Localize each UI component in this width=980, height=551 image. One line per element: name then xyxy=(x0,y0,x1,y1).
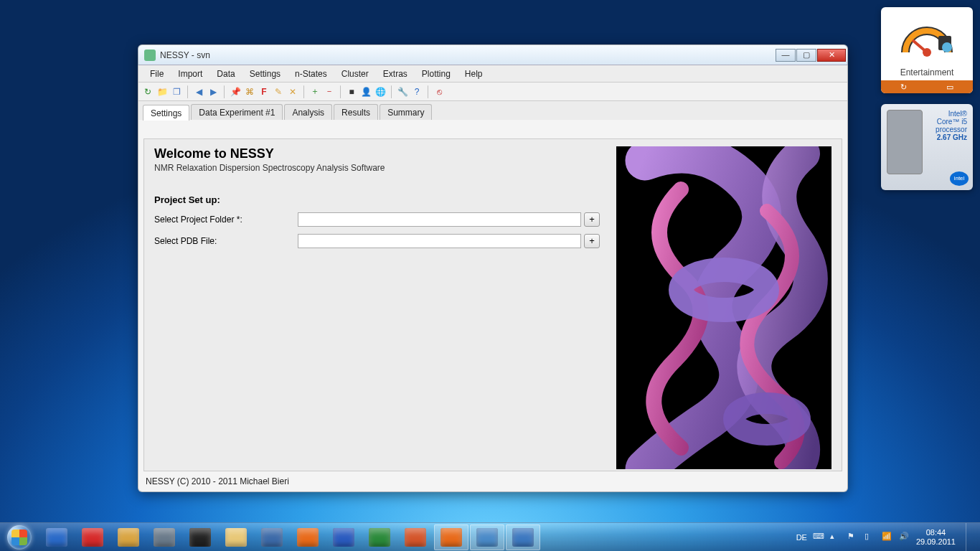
keyboard-icon[interactable]: ⌨ xyxy=(813,532,824,543)
toolbar-remove-icon[interactable]: － xyxy=(323,85,336,98)
pdb-file-browse-button[interactable]: + xyxy=(584,234,600,248)
toolbar-wrench-icon[interactable]: 🔧 xyxy=(396,85,409,98)
tab-analysis[interactable]: Analysis xyxy=(284,104,332,120)
toolbar-delete-icon[interactable]: ✕ xyxy=(286,85,299,98)
statusbar-text: NESSY (C) 2010 - 2011 Michael Bieri xyxy=(146,476,289,486)
svg-line-1 xyxy=(913,40,927,52)
window-title: NESSY - svn xyxy=(160,50,210,60)
toolbar-help-icon[interactable]: ? xyxy=(410,85,423,98)
project-folder-browse-button[interactable]: + xyxy=(584,212,600,227)
tab-data-experiment-1[interactable]: Data Experiment #1 xyxy=(191,104,283,120)
toolbar-pin-icon[interactable]: 📌 xyxy=(229,85,242,98)
toolbar-folder-icon[interactable]: 📁 xyxy=(156,85,169,98)
show-desktop-button[interactable] xyxy=(966,523,973,552)
tab-settings[interactable]: Settings xyxy=(143,105,189,121)
taskbar-app-lamp[interactable] xyxy=(111,524,146,550)
maximize-button[interactable]: ▢ xyxy=(796,49,816,62)
clock[interactable]: 08:44 29.09.2011 xyxy=(916,528,956,547)
page-title: Welcome to NESSY xyxy=(154,146,611,161)
page-subtitle: NMR Relaxation Dispersion Spectroscopy A… xyxy=(154,163,611,173)
taskbar-app-ifolor[interactable] xyxy=(75,524,110,550)
start-button[interactable] xyxy=(0,523,39,552)
taskbar: DE ⌨ ▴ ⚑ ▯ 📶 🔊 08:44 29.09.2011 xyxy=(0,522,980,551)
taskbar-app-python[interactable] xyxy=(506,524,540,550)
menu-extras[interactable]: Extras xyxy=(376,66,415,82)
chip-icon xyxy=(887,110,923,174)
she-gadget: Entertainment ↻ ▭ xyxy=(881,7,973,93)
toolbar-edit-icon[interactable]: ✎ xyxy=(272,85,285,98)
pdb-file-input[interactable] xyxy=(298,234,581,248)
taskbar-app-virtualbox[interactable] xyxy=(147,524,182,550)
clock-time: 08:44 xyxy=(916,528,956,537)
toolbar: ↻📁❐◀▶📌⌘F✎✕＋－■👤🌐🔧?⎋ xyxy=(138,83,847,101)
project-folder-label: Select Project Folder *: xyxy=(154,215,298,225)
taskbar-app-word[interactable] xyxy=(326,524,361,550)
project-folder-input[interactable] xyxy=(298,212,581,227)
titlebar[interactable]: NESSY - svn — ▢ ✕ xyxy=(138,45,847,65)
toolbar-separator xyxy=(428,85,428,98)
she-expand-icon[interactable]: ▭ xyxy=(946,83,953,92)
toolbar-F-icon[interactable]: F xyxy=(258,85,270,98)
system-tray: DE ⌨ ▴ ⚑ ▯ 📶 🔊 08:44 29.09.2011 xyxy=(796,523,976,552)
toolbar-exit-icon[interactable]: ⎋ xyxy=(433,85,446,98)
tab-summary[interactable]: Summary xyxy=(380,104,432,120)
taskbar-app-controlpanel[interactable] xyxy=(470,524,504,550)
content-area: Welcome to NESSY NMR Relaxation Dispersi… xyxy=(143,138,842,471)
menu-plotting[interactable]: Plotting xyxy=(415,66,458,82)
taskbar-app-excel[interactable] xyxy=(362,524,397,550)
volume-icon[interactable]: 🔊 xyxy=(899,532,910,543)
toolbar-separator xyxy=(391,85,392,98)
taskbar-app-powerpoint[interactable] xyxy=(398,524,433,550)
pdb-file-label: Select PDB File: xyxy=(154,236,298,246)
gauge-icon xyxy=(881,10,973,66)
menubar: FileImportDataSettingsn-StatesClusterExt… xyxy=(138,65,847,83)
menu-settings[interactable]: Settings xyxy=(242,66,288,82)
network-icon[interactable]: 📶 xyxy=(882,532,893,543)
toolbar-rec-icon[interactable]: ■ xyxy=(345,85,358,98)
minimize-button[interactable]: — xyxy=(776,49,796,62)
statusbar: NESSY (C) 2010 - 2011 Michael Bieri xyxy=(143,474,843,489)
tab-results[interactable]: Results xyxy=(334,104,378,120)
structure-preview xyxy=(616,146,831,469)
she-label: Entertainment xyxy=(881,66,973,80)
menu-n-states[interactable]: n-States xyxy=(288,66,334,82)
tabstrip: SettingsData Experiment #1AnalysisResult… xyxy=(138,101,847,120)
toolbar-forward-icon[interactable]: ▶ xyxy=(207,85,220,98)
menu-import[interactable]: Import xyxy=(171,66,209,82)
pdb-file-row: Select PDB File: + xyxy=(154,234,611,248)
toolbar-copy-icon[interactable]: ❐ xyxy=(170,85,183,98)
taskbar-app-thunderbird[interactable] xyxy=(255,524,289,550)
taskbar-app-orange[interactable] xyxy=(434,524,468,550)
taskbar-app-firefox[interactable] xyxy=(291,524,325,550)
toolbar-refresh-icon[interactable]: ↻ xyxy=(141,85,154,98)
section-heading: Project Set up: xyxy=(154,194,611,205)
menu-cluster[interactable]: Cluster xyxy=(334,66,376,82)
language-indicator[interactable]: DE xyxy=(796,533,807,542)
cpu-gadget: Intel® Core™ i5 processor 2.67 GHz intel xyxy=(881,104,973,190)
intel-badge: intel xyxy=(950,171,969,186)
menu-file[interactable]: File xyxy=(143,66,171,82)
taskbar-app-explorer[interactable] xyxy=(219,524,253,550)
svg-point-3 xyxy=(942,42,952,52)
toolbar-globe-icon[interactable]: 🌐 xyxy=(374,85,387,98)
menu-data[interactable]: Data xyxy=(209,66,242,82)
flag-icon[interactable]: ⚑ xyxy=(847,532,859,543)
toolbar-cmd-icon[interactable]: ⌘ xyxy=(243,85,256,98)
she-gadget-footer[interactable]: ↻ ▭ xyxy=(881,80,973,93)
toolbar-separator xyxy=(224,85,225,98)
she-reload-icon[interactable]: ↻ xyxy=(900,83,907,92)
toolbar-back-icon[interactable]: ◀ xyxy=(192,85,205,98)
taskbar-app-itunes[interactable] xyxy=(39,524,74,550)
toolbar-separator xyxy=(303,85,304,98)
project-folder-row: Select Project Folder *: + xyxy=(154,212,611,227)
tray-chevron-icon[interactable]: ▴ xyxy=(830,532,842,543)
toolbar-separator xyxy=(187,85,188,98)
toolbar-add-icon[interactable]: ＋ xyxy=(308,85,321,98)
battery-icon[interactable]: ▯ xyxy=(864,532,876,543)
taskbar-app-terminal[interactable] xyxy=(183,524,217,550)
app-window: NESSY - svn — ▢ ✕ FileImportDataSettings… xyxy=(138,44,848,492)
toolbar-user-icon[interactable]: 👤 xyxy=(359,85,372,98)
toolbar-separator xyxy=(340,85,341,98)
menu-help[interactable]: Help xyxy=(458,66,490,82)
close-button[interactable]: ✕ xyxy=(817,49,846,62)
